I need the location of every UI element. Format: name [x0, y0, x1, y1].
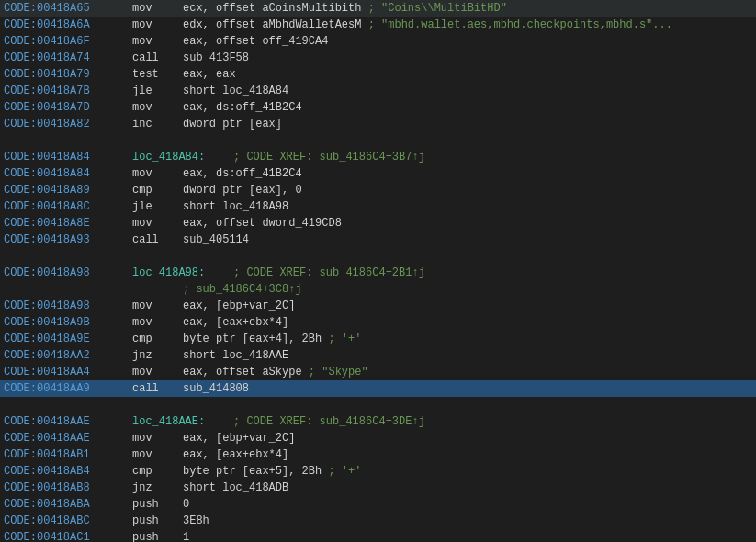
addr-col: CODE:00418A98 — [4, 299, 132, 312]
operands: short loc_418ADB — [183, 481, 288, 494]
addr-col: CODE:00418A8C — [4, 200, 132, 213]
operands: sub_414808 — [183, 382, 249, 395]
table-row[interactable]: CODE:00418A7Dmoveax, ds:off_41B2C4 — [0, 99, 756, 116]
operands: short loc_418A98 — [183, 200, 288, 213]
mnem-col: inc — [132, 118, 183, 130]
ops-col: eax, offset dword_419CD8 — [183, 217, 752, 230]
table-row[interactable]: CODE:00418AAEloc_418AAE:; CODE XREF: sub… — [0, 413, 756, 430]
addr-col: CODE:00418AAE — [4, 432, 132, 445]
addr-col: CODE:00418A74 — [4, 51, 132, 64]
table-row[interactable] — [0, 132, 756, 149]
ops-col: 3E8h — [183, 514, 752, 527]
addr-col: CODE:00418AB1 — [4, 448, 132, 461]
operands: sub_413F58 — [183, 51, 249, 64]
addr-col: CODE:00418A79 — [4, 68, 132, 81]
table-row[interactable]: CODE:00418A65movecx, offset aCoinsMultib… — [0, 0, 756, 17]
ops-col: eax, offset aSkype ; "Skype" — [183, 366, 752, 378]
addr-col: CODE:00418A9B — [4, 316, 132, 329]
operands: short loc_418A84 — [183, 85, 288, 97]
mnem-col: mov — [132, 35, 183, 48]
ops-col: eax, [eax+ebx*4] — [183, 316, 752, 329]
comment: ; "Skype" — [309, 366, 368, 378]
table-row[interactable]: CODE:00418A9Bmoveax, [eax+ebx*4] — [0, 314, 756, 331]
mnem-col: mov — [132, 366, 183, 378]
addr-col: CODE:00418A8E — [4, 217, 132, 230]
table-row[interactable]: CODE:00418A8Emoveax, offset dword_419CD8 — [0, 215, 756, 231]
mnem-col: push — [132, 531, 183, 542]
operands: byte ptr [eax+5], 2Bh — [183, 465, 322, 478]
mnem-col: cmp — [132, 465, 183, 478]
addr-col: CODE:00418A89 — [4, 184, 132, 197]
mnem-col: mov — [132, 432, 183, 445]
table-row[interactable]: CODE:00418A98loc_418A98:; CODE XREF: sub… — [0, 265, 756, 281]
ops-col: byte ptr [eax+5], 2Bh ; '+' — [183, 465, 752, 478]
mnem-col: mov — [132, 167, 183, 180]
ops-col: eax, [ebp+var_2C] — [183, 432, 752, 445]
label-col: loc_418A84: — [132, 151, 233, 164]
addr-col: CODE:00418A6A — [4, 18, 132, 31]
table-row[interactable]: CODE:00418A6Fmoveax, offset off_419CA4 — [0, 33, 756, 50]
table-row[interactable]: CODE:00418AA4moveax, offset aSkype ; "Sk… — [0, 364, 756, 380]
operands: eax, eax — [183, 68, 236, 81]
ops-col: 0 — [183, 498, 752, 511]
table-row[interactable]: CODE:00418AB4cmpbyte ptr [eax+5], 2Bh ; … — [0, 463, 756, 480]
mnem-col: mov — [132, 299, 183, 312]
addr-col: CODE:00418AAE — [4, 415, 132, 428]
mnem-col: jle — [132, 85, 183, 97]
mnem-col: cmp — [132, 333, 183, 345]
ops-col: dword ptr [eax], 0 — [183, 184, 752, 197]
comment: ; "mbhd.wallet.aes,mbhd.checkpoints,mbhd… — [368, 18, 672, 31]
table-row[interactable] — [0, 397, 756, 413]
table-row[interactable]: CODE:00418A84moveax, ds:off_41B2C4 — [0, 165, 756, 182]
operands: eax, [ebp+var_2C] — [183, 432, 295, 445]
table-row[interactable]: CODE:00418A7Bjleshort loc_418A84 — [0, 83, 756, 99]
operands: eax, [eax+ebx*4] — [183, 448, 288, 461]
table-row[interactable]: CODE:00418AB8jnzshort loc_418ADB — [0, 480, 756, 496]
comment: ; sub_4186C4+3C8↑j — [183, 283, 302, 296]
table-row[interactable]: CODE:00418A82incdword ptr [eax] — [0, 116, 756, 132]
mnem-col: jnz — [132, 481, 183, 494]
comment: ; CODE XREF: sub_4186C4+2B1↑j — [233, 266, 425, 279]
addr-col: CODE:00418A98 — [4, 266, 132, 279]
label-col: loc_418A98: — [132, 266, 233, 279]
table-row[interactable]: CODE:00418ABCpush3E8h — [0, 513, 756, 529]
addr-col: CODE:00418ABC — [4, 514, 132, 527]
table-row[interactable]: CODE:00418A79testeax, eax — [0, 66, 756, 83]
ops-col: eax, eax — [183, 68, 752, 81]
mnem-col: call — [132, 382, 183, 395]
table-row[interactable]: CODE:00418A84loc_418A84:; CODE XREF: sub… — [0, 149, 756, 165]
table-row[interactable]: CODE:00418AA9callsub_414808 — [0, 380, 756, 397]
table-row[interactable]: CODE:00418A74callsub_413F58 — [0, 50, 756, 66]
operands: 0 — [183, 498, 189, 511]
mnem-col: jle — [132, 200, 183, 213]
table-row[interactable]: ; sub_4186C4+3C8↑j — [0, 281, 756, 298]
comment: ; "Coins\\MultiBitHD" — [368, 2, 507, 15]
table-row[interactable]: CODE:00418A98moveax, [ebp+var_2C] — [0, 298, 756, 314]
ops-col: eax, ds:off_41B2C4 — [183, 167, 752, 180]
mnem-col: mov — [132, 448, 183, 461]
table-row[interactable]: CODE:00418A6Amovedx, offset aMbhdWalletA… — [0, 17, 756, 33]
table-row[interactable]: CODE:00418A93callsub_405114 — [0, 231, 756, 248]
ops-col: sub_413F58 — [183, 51, 752, 64]
table-row[interactable] — [0, 248, 756, 265]
table-row[interactable]: CODE:00418A8Cjleshort loc_418A98 — [0, 198, 756, 215]
comment: ; '+' — [328, 465, 361, 478]
mnem-col: mov — [132, 217, 183, 230]
operands: dword ptr [eax] — [183, 118, 282, 130]
table-row[interactable]: CODE:00418AA2jnzshort loc_418AAE — [0, 347, 756, 364]
table-row[interactable]: CODE:00418AB1moveax, [eax+ebx*4] — [0, 446, 756, 463]
table-row[interactable]: CODE:00418A9Ecmpbyte ptr [eax+4], 2Bh ; … — [0, 331, 756, 347]
ops-col: 1 — [183, 531, 752, 542]
table-row[interactable]: CODE:00418AAEmoveax, [ebp+var_2C] — [0, 430, 756, 446]
mnem-col: mov — [132, 101, 183, 114]
mnem-col: mov — [132, 18, 183, 31]
operands: byte ptr [eax+4], 2Bh — [183, 333, 322, 345]
table-row[interactable]: CODE:00418ABApush0 — [0, 496, 756, 513]
table-row[interactable]: CODE:00418A89cmpdword ptr [eax], 0 — [0, 182, 756, 198]
operands: eax, ds:off_41B2C4 — [183, 101, 302, 114]
operands: eax, offset dword_419CD8 — [183, 217, 342, 230]
mnem-col: mov — [132, 2, 183, 15]
addr-col: CODE:00418A6F — [4, 35, 132, 48]
table-row[interactable]: CODE:00418AC1push1 — [0, 529, 756, 542]
ops-col: sub_414808 — [183, 382, 752, 395]
